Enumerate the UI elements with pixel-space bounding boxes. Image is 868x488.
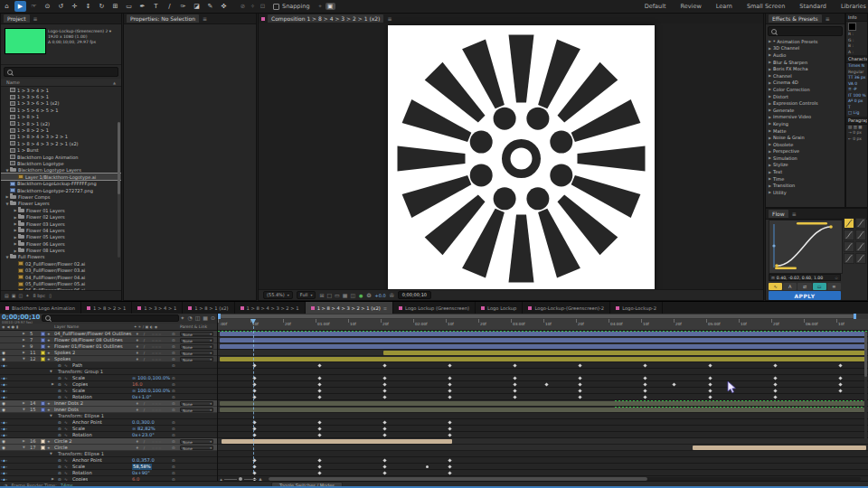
project-item-flower-05-layers[interactable]: ▶Flower 05 Layers xyxy=(1,234,121,240)
twirl-icon[interactable]: ▶ xyxy=(52,381,54,388)
timeline-search[interactable] xyxy=(42,314,179,322)
keyframe-icon[interactable] xyxy=(643,376,646,380)
timeline-tab-logo-lockup-greenscreen[interactable]: Logo Lockup (Greenscreen) xyxy=(393,302,476,314)
composition-tab[interactable]: Composition 1 > 8 > 4 > 3 > 2 > 1 (x2) xyxy=(268,14,383,23)
keyframe-icon[interactable] xyxy=(448,363,451,367)
effects-category-color-correction[interactable]: ▶Color Correction xyxy=(766,86,844,93)
timeline-tab-blackthorn-logo-animation[interactable]: Blackthorn Logo Animation xyxy=(0,302,81,314)
keyframe-icon[interactable] xyxy=(513,389,516,392)
project-item-full-flowers[interactable]: ▼Full Flowers xyxy=(1,254,121,260)
track-row-anchor-point[interactable] xyxy=(218,419,868,426)
exposure-control[interactable]: +0.0 xyxy=(375,293,386,298)
property-value[interactable]: 0x+1.0° xyxy=(132,394,152,400)
draft-3d-icon[interactable]: ◔ xyxy=(187,314,192,321)
twirl-icon[interactable]: ▶ xyxy=(23,438,25,445)
panel-menu-icon[interactable]: ≡ xyxy=(383,305,387,311)
twirl-icon[interactable]: ▼ xyxy=(50,413,52,419)
parent-pickwhip-icon[interactable]: ⊙ xyxy=(172,350,175,356)
project-item-1-8-4-3-2-1[interactable]: 1 > 8 > 4 > 3 > 2 > 1 xyxy=(1,134,121,140)
selection-tool[interactable]: ▶ xyxy=(14,1,26,12)
property-row-anchor-point[interactable]: ‹◆›⊙∿Anchor Point0.0,357.0⊙ xyxy=(0,457,217,464)
layer-label-chip[interactable] xyxy=(41,357,45,361)
effects-category-blur-sharpen[interactable]: ▶Blur & Sharpen xyxy=(766,59,844,66)
parent-link-dropdown[interactable]: None▾ xyxy=(180,446,213,450)
timeline-tab-1-8-4-3-2-1-x2[interactable]: 1 > 8 > 4 > 3 > 2 > 1 (x2)≡ xyxy=(306,302,393,314)
work-area-bar[interactable] xyxy=(218,314,856,318)
keyframe-icon[interactable] xyxy=(382,465,386,468)
layer-switches[interactable]: ♦ ∕ xyxy=(136,407,146,413)
layer-switches[interactable]: ♦ ∕ xyxy=(136,445,146,451)
property-value[interactable]: 0.0,357.0 xyxy=(132,457,155,464)
property-row-scale[interactable]: ‹◆›⊙∿Scale∞ 82,82%⊙ xyxy=(0,426,217,432)
parent-pickwhip-icon[interactable]: ⊙ xyxy=(172,400,175,407)
chevron-right-icon[interactable]: ▶ xyxy=(769,73,771,78)
keyframe-navigator[interactable]: ‹◆› xyxy=(1,362,7,369)
effects-category-stylize[interactable]: ▶Stylize xyxy=(766,162,844,169)
new-composition-icon[interactable]: ◫ xyxy=(18,293,23,298)
panel-menu-icon[interactable]: ≡ xyxy=(203,15,207,22)
stopwatch-icon[interactable]: ⊙ xyxy=(58,432,61,438)
snapping-toggle[interactable]: Snapping xyxy=(273,3,310,10)
keyframe-icon[interactable] xyxy=(578,395,581,399)
layer-switches[interactable]: ♦ ∕ xyxy=(136,350,146,356)
chevron-right-icon[interactable]: ▶ xyxy=(769,176,771,181)
graph-icon[interactable]: ∿ xyxy=(64,464,68,470)
timeline-tab-1-8-1-x2[interactable]: 1 > 8 > 1 (x2) xyxy=(183,302,234,314)
layer-name-column-label[interactable]: Layer Name xyxy=(54,324,79,330)
keyframe-navigator[interactable]: ‹◆› xyxy=(1,470,7,476)
stopwatch-icon[interactable]: ⊙ xyxy=(58,426,61,432)
project-search[interactable] xyxy=(4,67,118,77)
property-row-rotation[interactable]: ‹◆›⊙∿Rotation0x+23.0°⊙ xyxy=(0,432,217,438)
playhead-line[interactable] xyxy=(253,326,254,473)
keyframe-icon[interactable] xyxy=(672,382,675,386)
keyframe-icon[interactable] xyxy=(317,382,321,386)
project-item-04-fullflower-flower-04-ai[interactable]: 04_FullFlower/Flower 04.ai xyxy=(1,274,121,280)
effects-category-transition[interactable]: ▶Transition xyxy=(766,182,844,189)
project-item-blackthorn-logolockup-ffffff-png[interactable]: Blackthorn-LogoLockup-FFFFFF.png xyxy=(1,180,121,186)
flow-tab[interactable]: Flow xyxy=(769,210,788,218)
track-row-scale[interactable] xyxy=(218,388,868,394)
keyframe-icon[interactable] xyxy=(382,433,386,436)
visibility-eye-icon[interactable]: ◉ xyxy=(2,350,5,356)
keyframe-navigator[interactable]: ‹◆› xyxy=(1,457,7,464)
settings-icon[interactable]: ❂ xyxy=(366,292,371,298)
parent-pickwhip-icon[interactable]: ⊙ xyxy=(172,438,175,445)
keyframe-icon[interactable] xyxy=(643,389,646,392)
layer-duration-bar[interactable] xyxy=(220,332,866,336)
keyframe-navigator[interactable]: ‹◆› xyxy=(1,464,7,470)
star-icon[interactable]: ☆ xyxy=(835,276,838,280)
frame-blending-icon[interactable]: ▦ xyxy=(203,314,208,321)
workspace-learn[interactable]: Learn xyxy=(716,3,732,10)
layer-switches[interactable]: ♦ ∕ xyxy=(136,343,146,350)
comp-mini-flowchart-icon[interactable]: ✦ xyxy=(180,314,184,321)
project-item-1-burst[interactable]: 1 > Burst xyxy=(1,147,121,154)
brush-tool[interactable]: ∕ xyxy=(164,1,175,12)
effects-category-boris-fx-mocha[interactable]: ▶Boris FX Mocha xyxy=(766,65,844,72)
preset-anticipate[interactable] xyxy=(844,253,854,264)
visibility-eye-icon[interactable]: ◉ xyxy=(2,400,5,407)
motion-blur-icon[interactable]: ⊙ xyxy=(211,314,215,321)
track-row-transform-ellipse-1[interactable] xyxy=(218,413,868,419)
keyframe-icon[interactable] xyxy=(773,395,777,399)
effects-category-obsolete[interactable]: ▶Obsolete xyxy=(766,141,844,148)
chevron-right-icon[interactable]: ▶ xyxy=(769,46,771,51)
keyframe-icon[interactable] xyxy=(317,395,321,399)
parent-link-dropdown[interactable]: None▾ xyxy=(180,439,213,444)
keyframe-icon[interactable] xyxy=(513,395,516,399)
mode-boxes[interactable]: ▫▫▫ xyxy=(152,407,162,413)
keyframe-navigator[interactable]: ‹◆› xyxy=(1,375,7,381)
layer-switches[interactable]: ♦ ∕ xyxy=(136,356,146,362)
twirl-icon[interactable]: ▼ xyxy=(23,445,25,451)
group-row-transform-ellipse-1[interactable]: ▼Transform: Ellipse 1 xyxy=(0,413,217,419)
keyframe-icon[interactable] xyxy=(448,465,451,468)
project-item-05-fullflower-flower-05-ai[interactable]: 05_FullFlower/Flower 05.ai xyxy=(1,280,121,286)
layer-row-inner-dots-2[interactable]: ◉▶14★Inner Dots 2♦ ∕▫▫▫⊙None▾ xyxy=(0,400,217,407)
mode-boxes[interactable]: ▫▫▫ xyxy=(152,400,162,407)
chevron-right-icon[interactable]: ▶ xyxy=(769,94,771,99)
property-row-scale[interactable]: ‹◆›⊙∿Scale∞ 100.0,100.0%⊙ xyxy=(0,375,217,381)
project-item-1-8-2-1[interactable]: 1 > 8 > 2 > 1 xyxy=(1,127,121,133)
keyframe-icon[interactable] xyxy=(448,389,451,392)
keyframe-ease-icon[interactable] xyxy=(426,465,429,468)
keyframe-icon[interactable] xyxy=(708,376,712,380)
visibility-eye-icon[interactable]: ◉ xyxy=(2,356,5,362)
